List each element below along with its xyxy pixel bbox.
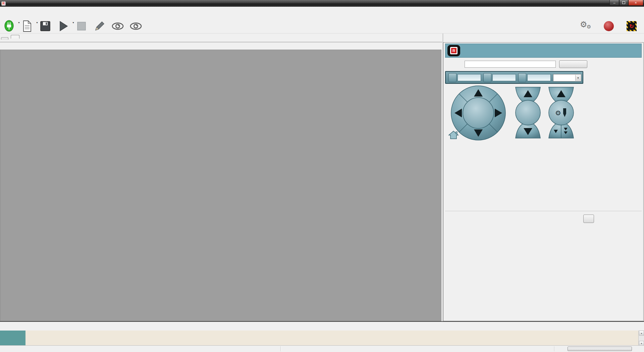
send-button[interactable]: [559, 60, 587, 68]
temperature-chart-svg: [0, 50, 441, 321]
start-print-button[interactable]: ▼: [54, 14, 72, 33]
repetier-logo-icon: R: [447, 45, 460, 56]
gcode-input[interactable]: [465, 61, 556, 68]
minimize-button[interactable]: –: [609, 0, 619, 6]
show-travel-button[interactable]: [127, 14, 145, 33]
emergency-stop-icon: ↻: [627, 20, 637, 33]
extruder-gear-icon: ⚙: [555, 108, 566, 117]
manual-control-panel: [443, 42, 644, 321]
app-logo-icon: R: [1, 1, 6, 6]
tab-3d-view[interactable]: [1, 37, 8, 40]
home-button[interactable]: [448, 130, 459, 139]
close-button[interactable]: ×: [628, 0, 643, 6]
kill-print-button: [72, 14, 91, 33]
svg-text:⚙: ⚙: [555, 109, 561, 117]
easy-badge-icon: [604, 20, 614, 33]
log-toolbar: [0, 322, 644, 331]
quick-buttons-row: [443, 140, 584, 154]
log-section: ▲ ▼: [0, 321, 644, 345]
save-print-button[interactable]: [36, 14, 54, 33]
plug-icon: [3, 20, 15, 33]
printer-settings-button[interactable]: ⚙⚙: [577, 14, 595, 33]
workspace-left: [0, 34, 442, 321]
easy-mode-button[interactable]: [600, 14, 618, 33]
z-axis-chip[interactable]: [518, 73, 526, 82]
z-position-value: [527, 74, 551, 81]
temperature-chart: [0, 50, 441, 321]
log-time-column: [0, 331, 25, 346]
maximize-button[interactable]: [619, 0, 628, 6]
emergency-stop-button[interactable]: ↻: [623, 14, 641, 33]
menu-bar: [0, 7, 644, 14]
x-axis-chip[interactable]: [448, 73, 457, 82]
status-bar: [0, 345, 644, 352]
log-entries[interactable]: [0, 331, 638, 346]
log-scrollbar[interactable]: ▲ ▼: [638, 331, 644, 346]
chart-menu-bar: [0, 43, 442, 50]
view-tab-strip: [0, 34, 442, 42]
toolbar: ▼ ▼ ▼: [0, 14, 644, 34]
eye-icon: [111, 20, 124, 33]
show-filament-button[interactable]: [109, 14, 127, 33]
ok-button[interactable]: [583, 215, 594, 223]
z-pad[interactable]: [514, 86, 542, 139]
scroll-up-icon[interactable]: ▲: [639, 331, 644, 336]
title-bar[interactable]: R – ×: [0, 0, 644, 7]
play-icon: [58, 20, 68, 33]
right-panel: R ▼: [443, 34, 644, 321]
extruder-pad[interactable]: ⚙: [547, 86, 575, 139]
y-position-value: [492, 74, 516, 81]
toggle-log-button[interactable]: [91, 14, 109, 33]
extruder-select[interactable]: ▼: [553, 74, 581, 81]
gears-icon: ⚙⚙: [580, 20, 592, 33]
load-button[interactable]: ▼: [18, 14, 36, 33]
y-axis-chip[interactable]: [483, 73, 491, 82]
chevron-down-icon: ▼: [575, 75, 581, 81]
debug-options-group: [445, 211, 642, 226]
stop-square-icon: [77, 20, 86, 33]
coordinate-row: ▼: [445, 71, 583, 84]
progress-bar: [568, 347, 632, 351]
pencil-icon: [94, 20, 105, 33]
document-icon: [22, 20, 32, 33]
eye-icon: [129, 20, 142, 33]
repetier-host-window: R – × ▼ ▼: [0, 0, 644, 352]
disconnect-button[interactable]: ▼: [0, 14, 18, 33]
tab-temperature-curve[interactable]: [11, 35, 19, 39]
floppy-icon: [40, 20, 51, 33]
x-position-value: [458, 74, 481, 81]
status-banner: R: [445, 44, 642, 58]
